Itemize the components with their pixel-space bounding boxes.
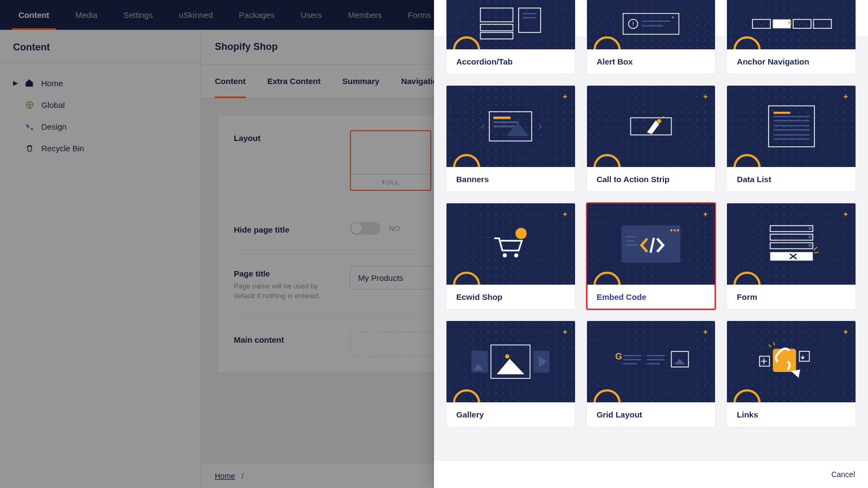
tile-label: Grid Layout [587,402,716,427]
cta-icon: + [587,86,716,167]
tile-label: Data List [727,167,856,191]
svg-rect-49 [770,226,813,232]
svg-rect-55 [770,252,813,261]
accordion-icon [446,0,575,49]
tile-label: Embed Code [587,285,716,309]
svg-marker-62 [497,359,525,375]
svg-line-78 [774,342,775,345]
svg-text:‹: ‹ [481,119,485,131]
svg-text:!: ! [633,21,634,27]
svg-marker-73 [674,359,685,365]
svg-rect-37 [774,138,809,139]
svg-rect-17 [773,20,790,29]
links-icon: + [727,321,856,402]
svg-rect-53 [770,243,813,249]
svg-point-28 [657,119,661,124]
content-tile[interactable]: +‹›Banners [446,85,576,192]
datalist-icon: + [727,86,856,167]
svg-rect-45 [626,236,636,237]
svg-rect-33 [774,120,809,121]
content-tile[interactable]: +GGrid Layout [586,320,716,427]
svg-marker-26 [507,123,529,137]
svg-point-39 [503,253,507,258]
form-icon: + [727,203,856,285]
ecwid-icon: + [446,203,575,285]
svg-point-61 [506,355,510,359]
svg-line-57 [814,252,819,253]
svg-point-43 [674,229,676,232]
content-tile[interactable]: +Ecwid Shop [446,203,576,310]
svg-point-38 [515,228,527,239]
svg-line-77 [769,345,771,348]
svg-rect-18 [793,20,811,29]
tile-label: Ecwid Shop [446,285,575,309]
banner-icon: +‹› [446,86,575,167]
gallery-icon: + [446,321,575,402]
tile-label: Banners [446,167,575,191]
tile-label: Call to Action Strip [587,167,716,191]
svg-rect-52 [808,235,812,239]
content-tile[interactable]: +Form [726,203,856,310]
svg-rect-54 [808,244,812,247]
embed-icon: + [587,203,716,285]
svg-point-44 [677,229,679,232]
svg-rect-47 [626,245,638,246]
svg-point-40 [514,253,519,258]
svg-rect-4 [481,8,513,22]
svg-rect-50 [808,227,812,230]
add-content-panel: Add content ＋ Create empty Clipboard Acc… [434,0,868,488]
content-tile[interactable]: +Call to Action Strip [586,85,716,192]
tile-label: Links [727,402,856,427]
content-tile[interactable]: +Embed Code [586,203,716,310]
svg-rect-16 [752,20,770,29]
content-tile[interactable]: !Alert Box [586,0,716,74]
tile-label: Form [727,285,856,309]
svg-rect-19 [813,20,831,29]
svg-point-42 [671,229,673,232]
svg-rect-51 [770,234,813,240]
svg-rect-7 [519,8,541,33]
svg-rect-24 [494,121,519,123]
content-tile[interactable]: Accordion/Tab [446,0,576,74]
svg-rect-35 [774,129,809,130]
content-tile[interactable]: +Links [726,320,856,427]
tile-label: Alert Box [587,49,716,74]
svg-rect-6 [481,33,513,39]
content-tile[interactable]: Anchor Navigation [726,0,856,74]
tile-label: Anchor Navigation [727,49,856,74]
svg-line-56 [814,247,817,251]
content-tile[interactable]: +Data List [726,85,856,192]
svg-rect-23 [494,117,511,119]
svg-rect-5 [481,24,513,31]
tile-label: Gallery [446,402,575,427]
svg-rect-36 [774,134,809,136]
svg-text:G: G [615,351,622,361]
tile-label: Accordion/Tab [446,49,575,74]
alert-icon: ! [587,0,716,49]
svg-rect-10 [623,14,679,35]
grid-icon: +G [587,321,716,402]
slideover-footer: Cancel [434,460,868,488]
svg-rect-34 [774,125,809,126]
anchor-icon [727,0,856,49]
svg-rect-31 [774,112,790,114]
svg-text:›: › [538,119,542,131]
svg-rect-32 [774,116,809,117]
svg-rect-46 [626,240,634,241]
svg-point-15 [672,16,674,18]
content-tile[interactable]: +Gallery [446,320,576,427]
slideover-body: Accordion/Tab!Alert BoxAnchor Navigation… [434,0,868,460]
svg-rect-76 [799,351,809,361]
cancel-button[interactable]: Cancel [831,470,855,479]
